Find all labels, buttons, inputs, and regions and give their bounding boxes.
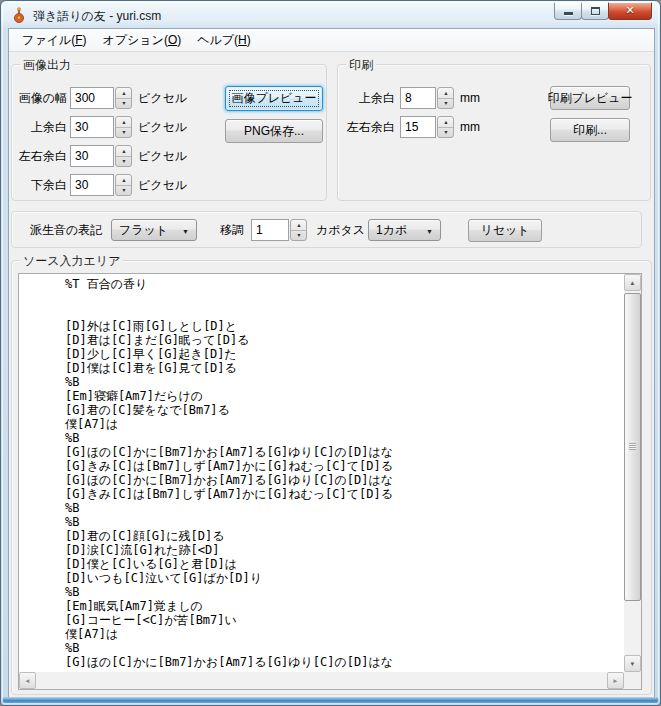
- image-top-margin-input[interactable]: 30: [70, 116, 114, 138]
- image-bottom-margin-spinner[interactable]: ▲ ▼: [115, 174, 132, 196]
- capo-combobox[interactable]: 1カポ ▼: [368, 219, 441, 241]
- source-group-title: ソース入力エリア: [20, 253, 123, 270]
- image-side-margin-spinner[interactable]: ▲ ▼: [115, 145, 132, 167]
- caption-buttons: ✕: [555, 2, 652, 20]
- vertical-scrollbar-thumb[interactable]: [624, 293, 641, 601]
- scroll-left-icon: ◄: [24, 677, 30, 683]
- transpose-spinner[interactable]: ▲ ▼: [290, 219, 307, 241]
- scroll-right-icon: ►: [612, 677, 618, 683]
- spin-down-icon[interactable]: ▼: [116, 128, 131, 138]
- chevron-down-icon: ▼: [182, 228, 189, 235]
- scroll-left-button[interactable]: ◄: [19, 672, 36, 689]
- print-side-margin-unit: mm: [460, 116, 480, 138]
- transpose-label: 移調: [220, 219, 244, 241]
- print-top-margin-input[interactable]: 8: [400, 87, 436, 109]
- image-bottom-margin-unit: ピクセル: [138, 174, 187, 196]
- image-bottom-margin-label: 下余白: [16, 174, 67, 196]
- menu-bar: ファイル(F) オプション(O) ヘルプ(H): [9, 29, 654, 52]
- spin-up-icon[interactable]: ▲: [116, 146, 131, 157]
- minimize-icon: [564, 12, 573, 15]
- print-group: 印刷 上余白 8 ▲ ▼ mm 左右余白 15 ▲ ▼ mm 印刷プレビュー 印…: [337, 64, 651, 201]
- close-button[interactable]: ✕: [608, 2, 652, 20]
- image-top-margin-unit: ピクセル: [138, 116, 187, 138]
- print-side-margin-input[interactable]: 15: [400, 116, 436, 138]
- spin-down-icon[interactable]: ▼: [116, 157, 131, 167]
- scroll-down-icon: ▼: [629, 660, 635, 666]
- image-width-unit: ピクセル: [138, 87, 187, 109]
- spin-up-icon[interactable]: ▲: [116, 117, 131, 128]
- image-width-spinner[interactable]: ▲ ▼: [115, 87, 132, 109]
- menu-help[interactable]: ヘルプ(H): [189, 29, 259, 52]
- print-group-title: 印刷: [346, 57, 376, 74]
- accidental-combobox[interactable]: フラット ▼: [111, 219, 197, 241]
- spin-up-icon[interactable]: ▲: [291, 220, 306, 231]
- print-top-margin-label: 上余白: [342, 87, 395, 109]
- title-bar[interactable]: 弾き語りの友 - yuri.csm ✕: [1, 1, 660, 29]
- image-side-margin-unit: ピクセル: [138, 145, 187, 167]
- spin-down-icon[interactable]: ▼: [438, 128, 453, 138]
- spin-up-icon[interactable]: ▲: [438, 117, 453, 128]
- image-top-margin-label: 上余白: [16, 116, 67, 138]
- reset-button[interactable]: リセット: [468, 219, 542, 242]
- image-bottom-margin-input[interactable]: 30: [70, 174, 114, 196]
- client-area: ファイル(F) オプション(O) ヘルプ(H) 画像出力 画像の幅 300 ▲ …: [9, 29, 654, 699]
- print-preview-button[interactable]: 印刷プレビュー: [550, 86, 630, 110]
- spin-up-icon[interactable]: ▲: [438, 88, 453, 99]
- print-button[interactable]: 印刷...: [550, 118, 630, 142]
- spin-down-icon[interactable]: ▼: [116, 186, 131, 196]
- scroll-down-button[interactable]: ▼: [624, 655, 641, 672]
- image-output-group-title: 画像出力: [20, 57, 74, 74]
- source-text[interactable]: %T 百合の香り [D]外は[C]雨[G]しとし[D]と [D]君は[C]まだ[…: [19, 274, 623, 671]
- spin-down-icon[interactable]: ▼: [116, 99, 131, 109]
- menu-options[interactable]: オプション(O): [94, 29, 189, 52]
- transpose-input[interactable]: 1: [251, 219, 289, 241]
- guitar-app-icon: [11, 7, 27, 23]
- accidental-label: 派生音の表記: [30, 219, 102, 241]
- app-window: 弾き語りの友 - yuri.csm ✕ ファイル(F) オプション(O) ヘルプ…: [0, 0, 661, 706]
- print-side-margin-label: 左右余白: [342, 116, 395, 138]
- maximize-icon: [591, 7, 600, 15]
- vertical-scrollbar[interactable]: ▲ ▼: [624, 274, 641, 672]
- spin-up-icon[interactable]: ▲: [116, 175, 131, 186]
- maximize-button[interactable]: [581, 2, 609, 20]
- window-bottom-frame: [2, 697, 659, 704]
- image-width-label: 画像の幅: [16, 87, 67, 109]
- print-top-margin-spinner[interactable]: ▲ ▼: [437, 87, 454, 109]
- horizontal-scrollbar[interactable]: ◄ ►: [19, 672, 624, 689]
- scrollbar-corner: [624, 672, 641, 689]
- scroll-up-icon: ▲: [629, 279, 635, 285]
- source-group: ソース入力エリア %T 百合の香り [D]外は[C]雨[G]しとし[D]と [D…: [11, 260, 652, 695]
- image-top-margin-spinner[interactable]: ▲ ▼: [115, 116, 132, 138]
- spin-up-icon[interactable]: ▲: [116, 88, 131, 99]
- image-width-input[interactable]: 300: [70, 87, 114, 109]
- print-top-margin-unit: mm: [460, 87, 480, 109]
- chevron-down-icon: ▼: [426, 228, 433, 235]
- thumb-grip-icon: [629, 443, 636, 450]
- capo-value: 1カポ: [376, 222, 407, 239]
- scroll-up-button[interactable]: ▲: [624, 274, 641, 291]
- options-group: 派生音の表記 フラット ▼ 移調 1 ▲ ▼ カポタスト 1カポ ▼ リセット: [11, 211, 642, 248]
- spin-down-icon[interactable]: ▼: [438, 99, 453, 109]
- image-output-group: 画像出力 画像の幅 300 ▲ ▼ ピクセル 上余白 30 ▲ ▼ ピクセル 左…: [11, 64, 327, 201]
- print-side-margin-spinner[interactable]: ▲ ▼: [437, 116, 454, 138]
- image-side-margin-input[interactable]: 30: [70, 145, 114, 167]
- image-side-margin-label: 左右余白: [16, 145, 67, 167]
- scroll-right-button[interactable]: ►: [607, 672, 624, 689]
- source-textarea[interactable]: %T 百合の香り [D]外は[C]雨[G]しとし[D]と [D]君は[C]まだ[…: [18, 273, 642, 690]
- minimize-button[interactable]: [554, 2, 582, 20]
- close-icon: ✕: [625, 5, 634, 16]
- menu-file[interactable]: ファイル(F): [14, 29, 94, 52]
- window-title: 弾き語りの友 - yuri.csm: [33, 8, 161, 25]
- save-png-button[interactable]: PNG保存...: [225, 119, 323, 143]
- image-preview-button[interactable]: 画像プレビュー: [225, 86, 323, 111]
- accidental-value: フラット: [119, 222, 168, 239]
- spin-down-icon[interactable]: ▼: [291, 231, 306, 241]
